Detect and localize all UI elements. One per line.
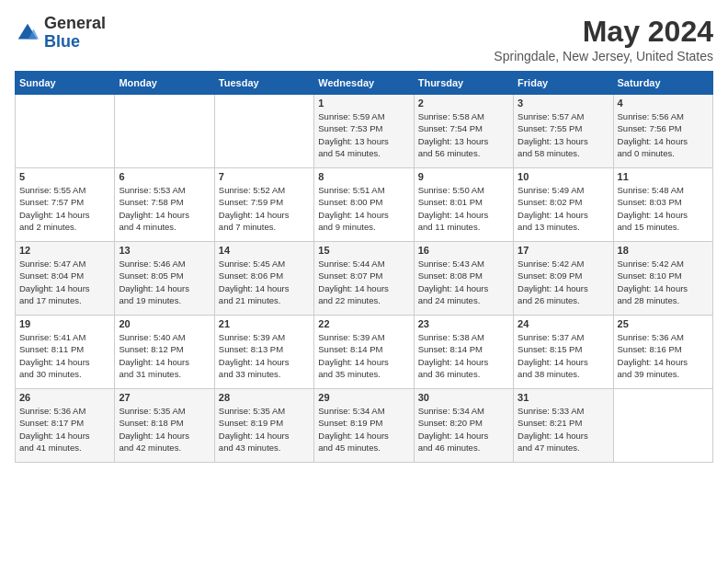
- calendar-cell: 20Sunrise: 5:40 AM Sunset: 8:12 PM Dayli…: [115, 316, 214, 389]
- calendar-cell: 1Sunrise: 5:59 AM Sunset: 7:53 PM Daylig…: [314, 95, 414, 168]
- day-info: Sunrise: 5:56 AM Sunset: 7:56 PM Dayligh…: [618, 110, 709, 159]
- title-block: May 2024 Springdale, New Jersey, United …: [494, 15, 713, 63]
- calendar-table: SundayMondayTuesdayWednesdayThursdayFrid…: [15, 71, 713, 463]
- calendar-cell: 8Sunrise: 5:51 AM Sunset: 8:00 PM Daylig…: [314, 168, 414, 242]
- calendar-cell: 15Sunrise: 5:44 AM Sunset: 8:07 PM Dayli…: [314, 242, 414, 316]
- day-number: 19: [19, 318, 110, 329]
- day-number: 30: [418, 392, 509, 403]
- day-number: 24: [518, 318, 609, 329]
- logo-icon: [15, 20, 40, 46]
- day-info: Sunrise: 5:59 AM Sunset: 7:53 PM Dayligh…: [318, 110, 409, 159]
- day-info: Sunrise: 5:48 AM Sunset: 8:03 PM Dayligh…: [618, 184, 709, 233]
- day-info: Sunrise: 5:47 AM Sunset: 8:04 PM Dayligh…: [19, 258, 110, 306]
- calendar-cell: 21Sunrise: 5:39 AM Sunset: 8:13 PM Dayli…: [214, 316, 313, 389]
- day-number: 9: [418, 171, 509, 182]
- day-info: Sunrise: 5:34 AM Sunset: 8:19 PM Dayligh…: [318, 405, 409, 454]
- week-row-5: 26Sunrise: 5:36 AM Sunset: 8:17 PM Dayli…: [16, 389, 713, 463]
- month-year-title: May 2024: [494, 15, 713, 49]
- weekday-header-saturday: Saturday: [613, 72, 712, 95]
- day-number: 14: [219, 245, 310, 256]
- day-info: Sunrise: 5:35 AM Sunset: 8:19 PM Dayligh…: [219, 405, 310, 454]
- day-info: Sunrise: 5:42 AM Sunset: 8:10 PM Dayligh…: [618, 258, 709, 306]
- calendar-cell: 26Sunrise: 5:36 AM Sunset: 8:17 PM Dayli…: [16, 389, 115, 463]
- day-info: Sunrise: 5:34 AM Sunset: 8:20 PM Dayligh…: [418, 405, 509, 454]
- day-number: 8: [318, 171, 409, 182]
- calendar-cell: 17Sunrise: 5:42 AM Sunset: 8:09 PM Dayli…: [514, 242, 613, 316]
- calendar-cell: 6Sunrise: 5:53 AM Sunset: 7:58 PM Daylig…: [115, 168, 214, 242]
- day-info: Sunrise: 5:36 AM Sunset: 8:17 PM Dayligh…: [19, 405, 110, 454]
- calendar-cell: [613, 389, 712, 463]
- calendar-cell: 7Sunrise: 5:52 AM Sunset: 7:59 PM Daylig…: [214, 168, 313, 242]
- calendar-cell: 13Sunrise: 5:46 AM Sunset: 8:05 PM Dayli…: [115, 242, 214, 316]
- page-header: General Blue May 2024 Springdale, New Je…: [15, 15, 713, 63]
- calendar-cell: 25Sunrise: 5:36 AM Sunset: 8:16 PM Dayli…: [613, 316, 712, 389]
- day-number: 4: [618, 98, 709, 109]
- weekday-header-thursday: Thursday: [414, 72, 513, 95]
- day-info: Sunrise: 5:36 AM Sunset: 8:16 PM Dayligh…: [618, 331, 709, 380]
- day-number: 16: [418, 245, 509, 256]
- day-info: Sunrise: 5:33 AM Sunset: 8:21 PM Dayligh…: [518, 405, 609, 454]
- calendar-cell: [115, 95, 214, 168]
- day-number: 13: [119, 245, 210, 256]
- weekday-header-tuesday: Tuesday: [214, 72, 313, 95]
- calendar-cell: 28Sunrise: 5:35 AM Sunset: 8:19 PM Dayli…: [214, 389, 313, 463]
- day-info: Sunrise: 5:49 AM Sunset: 8:02 PM Dayligh…: [518, 184, 609, 233]
- day-info: Sunrise: 5:52 AM Sunset: 7:59 PM Dayligh…: [219, 184, 310, 233]
- day-info: Sunrise: 5:37 AM Sunset: 8:15 PM Dayligh…: [518, 331, 609, 380]
- logo: General Blue: [15, 15, 106, 52]
- weekday-header-row: SundayMondayTuesdayWednesdayThursdayFrid…: [16, 72, 713, 95]
- day-number: 7: [219, 171, 310, 182]
- day-number: 6: [119, 171, 210, 182]
- day-info: Sunrise: 5:53 AM Sunset: 7:58 PM Dayligh…: [119, 184, 210, 233]
- day-number: 29: [318, 392, 409, 403]
- day-number: 5: [19, 171, 110, 182]
- day-info: Sunrise: 5:42 AM Sunset: 8:09 PM Dayligh…: [518, 258, 609, 306]
- calendar-cell: 29Sunrise: 5:34 AM Sunset: 8:19 PM Dayli…: [314, 389, 414, 463]
- day-number: 26: [19, 392, 110, 403]
- calendar-cell: 22Sunrise: 5:39 AM Sunset: 8:14 PM Dayli…: [314, 316, 414, 389]
- week-row-3: 12Sunrise: 5:47 AM Sunset: 8:04 PM Dayli…: [16, 242, 713, 316]
- weekday-header-monday: Monday: [115, 72, 214, 95]
- day-info: Sunrise: 5:50 AM Sunset: 8:01 PM Dayligh…: [418, 184, 509, 233]
- calendar-cell: 30Sunrise: 5:34 AM Sunset: 8:20 PM Dayli…: [414, 389, 513, 463]
- day-number: 1: [318, 98, 409, 109]
- calendar-cell: 27Sunrise: 5:35 AM Sunset: 8:18 PM Dayli…: [115, 389, 214, 463]
- day-number: 22: [318, 318, 409, 329]
- day-info: Sunrise: 5:43 AM Sunset: 8:08 PM Dayligh…: [418, 258, 509, 306]
- day-info: Sunrise: 5:46 AM Sunset: 8:05 PM Dayligh…: [119, 258, 210, 306]
- calendar-cell: 2Sunrise: 5:58 AM Sunset: 7:54 PM Daylig…: [414, 95, 513, 168]
- day-info: Sunrise: 5:45 AM Sunset: 8:06 PM Dayligh…: [219, 258, 310, 306]
- weekday-header-sunday: Sunday: [16, 72, 115, 95]
- day-info: Sunrise: 5:35 AM Sunset: 8:18 PM Dayligh…: [119, 405, 210, 454]
- calendar-cell: 9Sunrise: 5:50 AM Sunset: 8:01 PM Daylig…: [414, 168, 513, 242]
- week-row-1: 1Sunrise: 5:59 AM Sunset: 7:53 PM Daylig…: [16, 95, 713, 168]
- calendar-cell: 19Sunrise: 5:41 AM Sunset: 8:11 PM Dayli…: [16, 316, 115, 389]
- calendar-cell: 11Sunrise: 5:48 AM Sunset: 8:03 PM Dayli…: [613, 168, 712, 242]
- calendar-cell: [214, 95, 313, 168]
- calendar-cell: 18Sunrise: 5:42 AM Sunset: 8:10 PM Dayli…: [613, 242, 712, 316]
- day-number: 3: [518, 98, 609, 109]
- day-number: 11: [618, 171, 709, 182]
- logo-general-text: General: [44, 14, 106, 32]
- week-row-2: 5Sunrise: 5:55 AM Sunset: 7:57 PM Daylig…: [16, 168, 713, 242]
- calendar-cell: 14Sunrise: 5:45 AM Sunset: 8:06 PM Dayli…: [214, 242, 313, 316]
- week-row-4: 19Sunrise: 5:41 AM Sunset: 8:11 PM Dayli…: [16, 316, 713, 389]
- day-number: 25: [618, 318, 709, 329]
- day-info: Sunrise: 5:55 AM Sunset: 7:57 PM Dayligh…: [19, 184, 110, 233]
- day-info: Sunrise: 5:40 AM Sunset: 8:12 PM Dayligh…: [119, 331, 210, 380]
- day-number: 15: [318, 245, 409, 256]
- day-number: 28: [219, 392, 310, 403]
- calendar-cell: 10Sunrise: 5:49 AM Sunset: 8:02 PM Dayli…: [514, 168, 613, 242]
- day-number: 18: [618, 245, 709, 256]
- day-info: Sunrise: 5:58 AM Sunset: 7:54 PM Dayligh…: [418, 110, 509, 159]
- day-number: 20: [119, 318, 210, 329]
- day-number: 27: [119, 392, 210, 403]
- logo-blue-text: Blue: [44, 32, 80, 51]
- day-info: Sunrise: 5:41 AM Sunset: 8:11 PM Dayligh…: [19, 331, 110, 380]
- calendar-cell: 4Sunrise: 5:56 AM Sunset: 7:56 PM Daylig…: [613, 95, 712, 168]
- calendar-cell: 3Sunrise: 5:57 AM Sunset: 7:55 PM Daylig…: [514, 95, 613, 168]
- day-number: 21: [219, 318, 310, 329]
- day-info: Sunrise: 5:57 AM Sunset: 7:55 PM Dayligh…: [518, 110, 609, 159]
- calendar-cell: 5Sunrise: 5:55 AM Sunset: 7:57 PM Daylig…: [16, 168, 115, 242]
- calendar-cell: 24Sunrise: 5:37 AM Sunset: 8:15 PM Dayli…: [514, 316, 613, 389]
